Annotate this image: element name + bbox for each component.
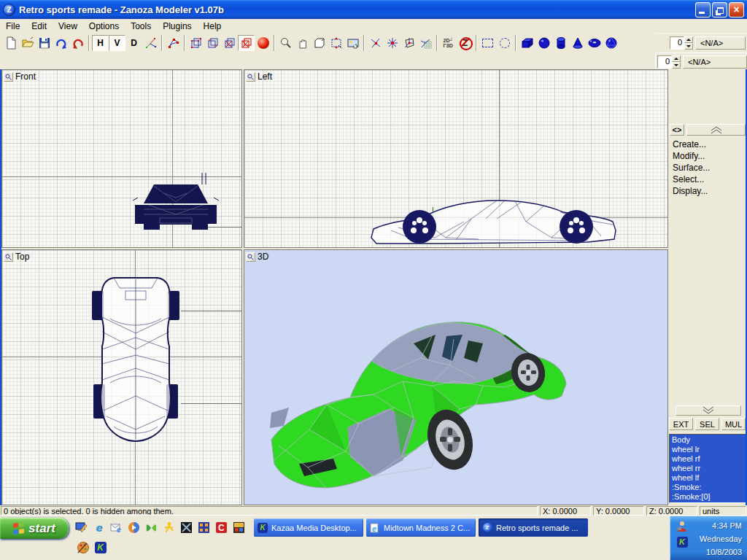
cube-objects-button[interactable] <box>238 35 255 51</box>
viewport-zoom-button[interactable] <box>246 252 255 262</box>
menu-plugins[interactable]: Plugins <box>157 20 197 33</box>
selection-box-2[interactable]: <N/A> <box>683 55 747 69</box>
menu-file[interactable]: File <box>0 20 26 33</box>
internet-explorer-button[interactable]: e <box>92 521 106 534</box>
panel-menu-create[interactable]: Create... <box>673 139 744 149</box>
sel-button[interactable]: SEL <box>695 418 719 430</box>
paint-app-button[interactable] <box>76 540 90 554</box>
task-button-zmodeler[interactable]: Z Retro sports remade ... <box>479 518 588 537</box>
game-app-button[interactable] <box>232 521 246 534</box>
redo-button[interactable] <box>53 35 69 51</box>
object-list-item[interactable]: wheel rr <box>672 464 746 473</box>
viewport-zoom-button[interactable] <box>4 252 13 262</box>
prim-sphere-button[interactable] <box>535 35 552 51</box>
status-y-coordinate: Y: 0.0000 <box>593 506 644 516</box>
object-list-item[interactable]: wheel lf <box>672 473 746 483</box>
prim-geosphere-button[interactable] <box>603 35 619 51</box>
viewport-top[interactable]: Top <box>1 249 242 505</box>
start-button[interactable]: start <box>0 518 69 539</box>
undo-button[interactable] <box>69 35 86 51</box>
cube-polygons-button[interactable] <box>221 35 238 51</box>
viewport-3d[interactable]: 3D <box>244 249 668 505</box>
rotate-view-button[interactable] <box>311 35 328 51</box>
minimize-button[interactable] <box>695 2 711 18</box>
axes-mode-poly-button[interactable] <box>400 35 417 51</box>
object-list-item[interactable]: :Smoke: <box>672 483 746 492</box>
spinner-down-button[interactable] <box>672 62 681 69</box>
cube-edges-button[interactable] <box>204 35 221 51</box>
msn-messenger-button[interactable] <box>144 521 158 534</box>
spinner-up-button[interactable] <box>684 36 693 43</box>
object-list[interactable]: Body wheel lr wheel rf wheel rr wheel lf… <box>669 434 746 503</box>
menu-options[interactable]: Options <box>83 20 125 33</box>
object-list-item[interactable]: Body <box>672 435 746 445</box>
media-player-button[interactable] <box>127 521 141 534</box>
show-desktop-button[interactable] <box>74 521 88 534</box>
ext-button[interactable]: EXT <box>669 418 693 430</box>
mul-button[interactable]: MUL <box>721 418 746 430</box>
panel-scroll-up-button[interactable] <box>686 124 746 136</box>
spinner-value-1[interactable]: 0 <box>670 36 684 50</box>
panel-menu-surface[interactable]: Surface... <box>673 163 744 173</box>
panel-scroll-down-button[interactable] <box>676 405 741 416</box>
panel-menu-modify[interactable]: Modify... <box>673 151 744 161</box>
task-button-midtown[interactable]: e Midtown Madness 2 C... <box>366 518 476 537</box>
tray-kazaa-icon[interactable]: K <box>676 535 689 548</box>
viewport-front[interactable]: Front <box>1 69 242 248</box>
mode-2d3d-button[interactable]: 2D┘Γ3D <box>440 35 457 51</box>
select-circle-button[interactable] <box>496 35 513 51</box>
selection-box-1[interactable]: <N/A> <box>695 36 746 50</box>
v-toggle-button[interactable]: V <box>109 35 125 51</box>
outlook-express-button[interactable]: e <box>109 521 123 534</box>
grid-app-button[interactable] <box>197 521 211 534</box>
z-disable-button[interactable]: Z <box>457 35 473 51</box>
c-app-button[interactable]: C <box>214 521 228 534</box>
menu-view[interactable]: View <box>53 20 83 33</box>
prim-cylinder-button[interactable] <box>552 35 569 51</box>
pan-button[interactable] <box>294 35 311 51</box>
tray-user-icon[interactable] <box>676 520 689 533</box>
new-file-button[interactable] <box>2 35 19 51</box>
axes-gizmo-button[interactable] <box>142 35 159 51</box>
viewport-left[interactable]: Left <box>244 69 668 248</box>
panel-collapse-button[interactable]: <> <box>670 124 684 136</box>
task-button-kazaa[interactable]: K Kazaa Media Desktop... <box>254 518 363 537</box>
cube-vertices-button[interactable] <box>187 35 204 51</box>
object-list-item[interactable]: wheel lr <box>672 445 746 454</box>
select-rect-button[interactable] <box>479 35 496 51</box>
restore-button[interactable] <box>712 2 727 18</box>
prim-box-button[interactable] <box>519 35 535 51</box>
tray-clock[interactable]: 4:34 PM <box>712 521 742 530</box>
spinner-value-2[interactable]: 0 <box>657 55 672 69</box>
material-sphere-button[interactable] <box>255 35 271 51</box>
open-file-button[interactable] <box>19 35 36 51</box>
viewport-zoom-button[interactable] <box>246 72 255 82</box>
zoom-region-button[interactable] <box>328 35 344 51</box>
vertices-mode-button[interactable] <box>165 35 182 51</box>
close-button[interactable]: × <box>729 2 744 18</box>
axes-mode-free-button[interactable] <box>367 35 384 51</box>
zoom-button[interactable] <box>277 35 294 51</box>
prim-cone-button[interactable] <box>569 35 586 51</box>
d-toggle-button[interactable]: D <box>125 35 142 51</box>
menu-tools[interactable]: Tools <box>125 20 157 33</box>
panel-menu-display[interactable]: Display... <box>673 186 744 196</box>
aim-button[interactable] <box>162 521 176 534</box>
prim-torus-button[interactable] <box>586 35 603 51</box>
object-list-item[interactable]: wheel rf <box>672 454 746 464</box>
title-bar[interactable]: Z Retro sports remade - Zanoza Modeler v… <box>0 0 747 19</box>
directx-app-button[interactable] <box>179 521 193 534</box>
menu-edit[interactable]: Edit <box>26 20 53 33</box>
object-list-item[interactable]: :Smoke:[0] <box>672 492 746 502</box>
axes-mode-point-button[interactable] <box>384 35 400 51</box>
h-toggle-button[interactable]: H <box>92 35 109 51</box>
axes-mode-grid-button[interactable] <box>417 35 434 51</box>
kazaa-launch-button[interactable]: K <box>93 540 107 554</box>
panel-menu-select[interactable]: Select... <box>673 174 744 184</box>
viewport-zoom-button[interactable] <box>4 72 13 82</box>
menu-help[interactable]: Help <box>198 20 228 33</box>
spinner-down-button[interactable] <box>684 43 693 50</box>
spinner-up-button[interactable] <box>672 55 681 62</box>
save-button[interactable] <box>36 35 53 51</box>
scene-browse-button[interactable] <box>344 35 361 51</box>
